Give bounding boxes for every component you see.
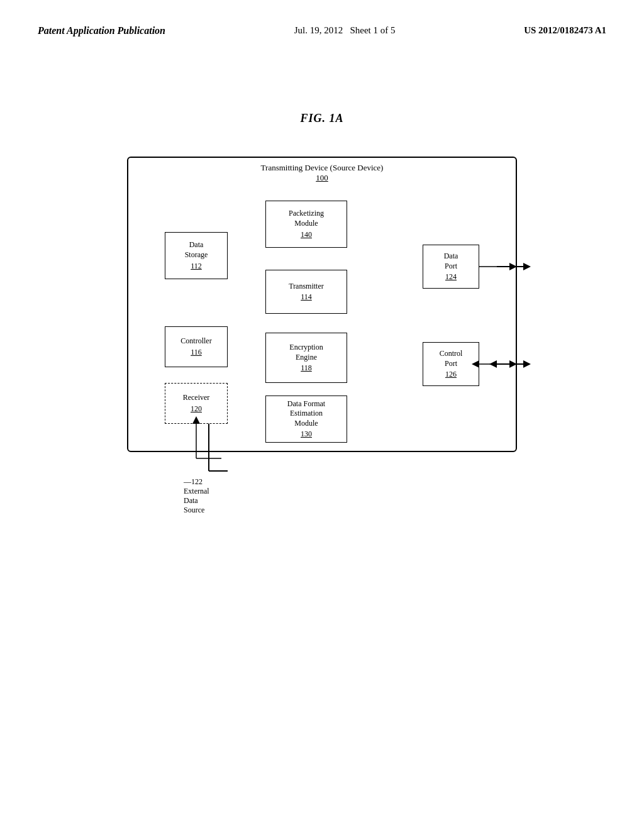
svg-marker-4 xyxy=(523,360,531,368)
date-sheet: Jul. 19, 2012 Sheet 1 of 5 xyxy=(294,25,396,36)
external-source-area: —122 External Data Source xyxy=(184,477,209,515)
data-port-label: DataPort xyxy=(444,252,458,271)
control-port-box: ControlPort 126 xyxy=(423,342,479,386)
data-port-box: DataPort 124 xyxy=(423,245,479,289)
data-storage-number: 112 xyxy=(191,262,202,271)
data-storage-box: DataStorage 112 xyxy=(165,232,228,279)
transmitter-box: Transmitter 114 xyxy=(265,270,347,314)
controller-label: Controller xyxy=(180,336,211,346)
control-port-number: 126 xyxy=(445,370,457,379)
encryption-engine-number: 118 xyxy=(301,363,312,373)
external-number: —122 xyxy=(184,477,203,486)
external-label-line1: External xyxy=(184,487,209,495)
svg-marker-1 xyxy=(523,263,531,270)
external-source-text: —122 External Data Source xyxy=(184,477,209,515)
transmitter-number: 114 xyxy=(301,292,312,302)
receiver-box: Receiver 120 xyxy=(165,383,228,424)
external-arrow-label: —122 External Data Source xyxy=(184,477,209,515)
data-port-number: 124 xyxy=(445,272,457,282)
data-format-box: Data FormatEstimationModule 130 xyxy=(265,396,347,443)
outer-box-label: Transmitting Device (Source Device) xyxy=(128,158,516,173)
publication-label: Patent Application Publication xyxy=(38,25,165,36)
control-port-label: ControlPort xyxy=(440,349,463,368)
controller-number: 116 xyxy=(191,348,202,357)
data-format-number: 130 xyxy=(301,429,312,439)
figure-title: FIG. 1A xyxy=(0,112,644,125)
packetizing-module-label: PacketizingModule xyxy=(289,209,324,228)
patent-number: US 2012/0182473 A1 xyxy=(524,25,606,36)
data-format-label: Data FormatEstimationModule xyxy=(287,399,325,429)
sheet-info: Sheet 1 of 5 xyxy=(350,25,395,35)
data-storage-label: DataStorage xyxy=(185,240,208,260)
controller-box: Controller 116 xyxy=(165,326,228,367)
external-label-line3: Source xyxy=(184,506,204,514)
publication-date: Jul. 19, 2012 xyxy=(294,25,343,35)
page-header: Patent Application Publication Jul. 19, … xyxy=(0,0,644,36)
external-label-line2: Data xyxy=(184,496,198,505)
receiver-number: 120 xyxy=(191,404,202,414)
packetizing-module-box: PacketizingModule 140 xyxy=(265,201,347,248)
outer-box-number: 100 xyxy=(128,173,516,183)
receiver-label: Receiver xyxy=(183,393,210,403)
packetizing-module-number: 140 xyxy=(301,230,312,240)
transmitter-label: Transmitter xyxy=(289,282,324,292)
encryption-engine-box: EncryptionEngine 118 xyxy=(265,333,347,383)
diagram-area: Transmitting Device (Source Device) 100 … xyxy=(102,138,542,502)
encryption-engine-label: EncryptionEngine xyxy=(289,343,323,362)
